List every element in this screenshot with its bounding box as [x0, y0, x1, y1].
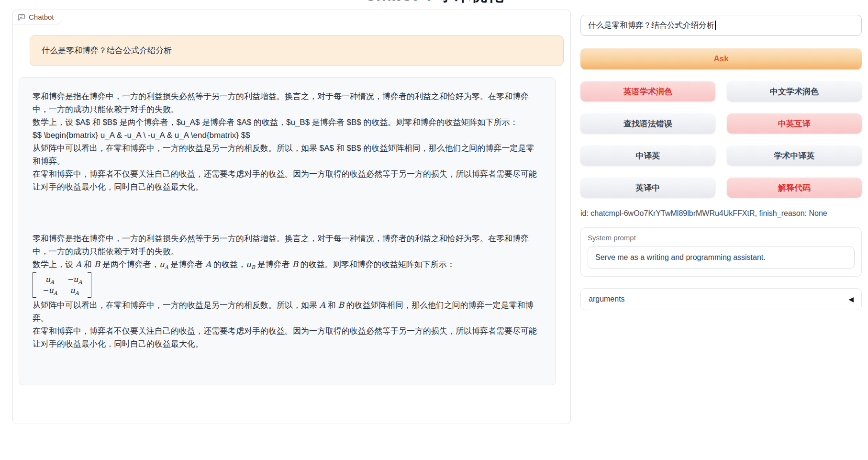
- user-message-bubble: 什么是零和博弈？结合公式介绍分析: [30, 35, 564, 66]
- matrix-cell: uA: [67, 285, 82, 296]
- bot-rendered-paragraph-4: 在零和博弈中，博弈者不仅要关注自己的收益，还需要考虑对手的收益。因为一方取得的收…: [33, 325, 542, 350]
- find-grammar-errors-button[interactable]: 查找语法错误: [580, 113, 715, 134]
- zh-en-mutual-translate-button[interactable]: 中英互译: [727, 113, 862, 134]
- zh-academic-polish-button[interactable]: 中文学术润色: [727, 81, 862, 101]
- bot-rendered-paragraph-1: 零和博弈是指在博弈中，一方的利益损失必然等于另一方的利益增益。换言之，对于每一种…: [33, 232, 542, 258]
- academic-zh-to-en-button[interactable]: 学术中译英: [727, 146, 862, 166]
- page-title-clip: ChatGPT 学术优化: [0, 0, 868, 5]
- chatbot-panel: Chatbot 什么是零和博弈？结合公式介绍分析 零和博弈是指在博弈中，一方的利…: [12, 10, 571, 424]
- en-academic-polish-button[interactable]: 英语学术润色: [580, 81, 715, 101]
- payoff-matrix: uA −uA −uA uA: [33, 271, 542, 299]
- matrix-right-bracket: [88, 272, 91, 298]
- bot-raw-paragraph-2: 数学上，设 $A$ 和 $B$ 是两个博弈者，$u_A$ 是博弈者 $A$ 的收…: [33, 116, 542, 129]
- zh-to-en-button[interactable]: 中译英: [580, 146, 715, 166]
- en-to-zh-button[interactable]: 英译中: [580, 178, 715, 198]
- matrix-cell: uA: [42, 274, 57, 285]
- bot-raw-latex-formula: $$ \begin{bmatrix} u_A & -u_A \ -u_A & u…: [33, 129, 542, 142]
- text-cursor: [715, 21, 716, 30]
- bot-raw-paragraph-1: 零和博弈是指在博弈中，一方的利益损失必然等于另一方的利益增益。换言之，对于每一种…: [33, 90, 542, 116]
- explain-code-button[interactable]: 解释代码: [727, 178, 862, 198]
- chatbot-label: Chatbot: [12, 10, 61, 24]
- response-status-line: id: chatcmpl-6wOo7KrYTwMl89lbrMWRu4UkFFX…: [580, 209, 862, 218]
- collapse-arrow-icon: ◀: [848, 295, 854, 303]
- system-prompt-label: System prompt: [588, 234, 855, 242]
- bot-message-bubble: 零和博弈是指在博弈中，一方的利益损失必然等于另一方的利益增益。换言之，对于每一种…: [19, 77, 556, 385]
- bot-raw-paragraph-3: 从矩阵中可以看出，在零和博弈中，一方的收益是另一方的相反数。所以，如果 $A$ …: [33, 142, 542, 168]
- arguments-accordion-label: arguments: [589, 295, 625, 303]
- bot-rendered-paragraph-3: 从矩阵中可以看出，在零和博弈中，一方的收益是另一方的相反数。所以，如果 A 和 …: [33, 299, 542, 325]
- action-button-grid: 英语学术润色 中文学术润色 查找语法错误 中英互译 中译英 学术中译英 英译中 …: [580, 81, 862, 198]
- query-input-value: 什么是零和博弈？结合公式介绍分析: [588, 20, 714, 31]
- system-prompt-group: System prompt Serve me as a writing and …: [580, 227, 862, 277]
- bot-rendered-paragraph-2: 数学上，设 A 和 B 是两个博弈者，uA 是博弈者 A 的收益，uB 是博弈者…: [33, 258, 542, 271]
- ask-button[interactable]: Ask: [580, 48, 862, 69]
- arguments-accordion[interactable]: arguments ◀: [580, 288, 862, 310]
- chatbot-label-text: Chatbot: [29, 13, 54, 21]
- paragraph-gap: [33, 193, 542, 232]
- matrix-left-bracket: [33, 272, 36, 298]
- user-message-text: 什么是零和博弈？结合公式介绍分析: [42, 46, 172, 55]
- matrix-cell: −uA: [42, 285, 57, 296]
- system-prompt-input[interactable]: Serve me as a writing and programming as…: [588, 247, 855, 269]
- matrix-cell: −uA: [67, 274, 82, 285]
- control-column: 什么是零和博弈？结合公式介绍分析 Ask 英语学术润色 中文学术润色 查找语法错…: [580, 15, 862, 310]
- page-title: ChatGPT 学术优化: [0, 0, 868, 5]
- chat-bubble-icon: [18, 13, 25, 21]
- system-prompt-value: Serve me as a writing and programming as…: [595, 253, 766, 262]
- query-input[interactable]: 什么是零和博弈？结合公式介绍分析: [580, 15, 862, 36]
- bot-raw-paragraph-4: 在零和博弈中，博弈者不仅要关注自己的收益，还需要考虑对手的收益。因为一方取得的收…: [33, 168, 542, 193]
